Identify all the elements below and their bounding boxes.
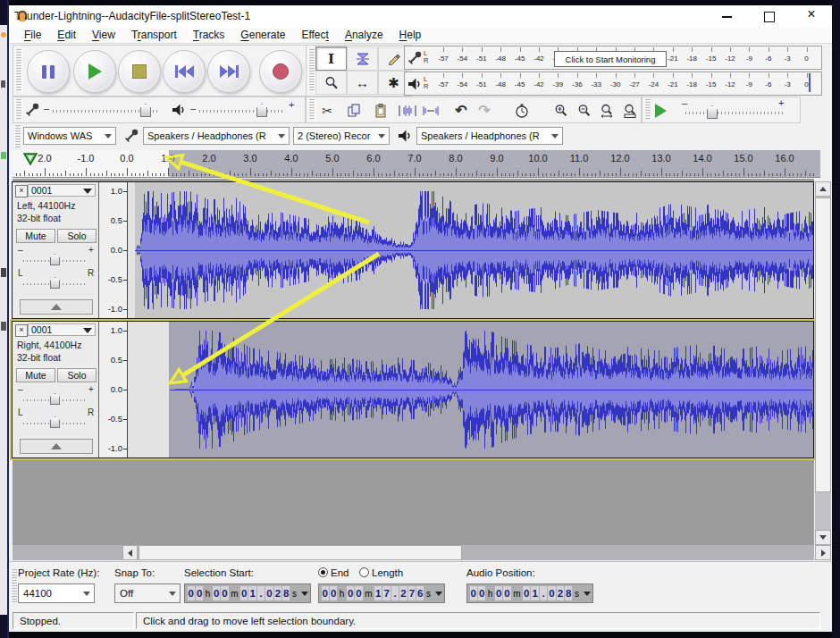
time-digit[interactable]: 7	[382, 586, 390, 600]
time-digit[interactable]: 0	[265, 586, 273, 600]
time-digit[interactable]: 2	[557, 586, 564, 600]
zoom-to-selection-button[interactable]	[596, 100, 619, 122]
mute-button[interactable]: Mute	[16, 229, 55, 243]
selection-end-field[interactable]: 00h00m17.276s	[318, 583, 445, 603]
time-digit[interactable]: 7	[408, 586, 416, 600]
menu-item-tracks[interactable]: Tracks	[185, 29, 233, 41]
time-digit[interactable]: 0	[523, 586, 530, 600]
pan-slider-thumb[interactable]	[50, 277, 60, 289]
time-digit[interactable]: 2	[399, 586, 407, 600]
solo-button[interactable]: Solo	[57, 229, 97, 243]
waveform-canvas[interactable]	[128, 322, 813, 458]
time-unit[interactable]: m	[365, 589, 372, 599]
fit-project-button[interactable]	[619, 100, 643, 122]
sync-lock-button[interactable]	[510, 100, 533, 122]
cut-button[interactable]: ✂	[315, 100, 339, 122]
menu-item-analyze[interactable]: Analyze	[337, 29, 391, 41]
time-digit[interactable]: 0	[495, 586, 502, 600]
time-field-caret-icon[interactable]	[301, 592, 308, 596]
skip-to-start-button[interactable]	[163, 50, 206, 93]
minimize-button[interactable]	[715, 9, 738, 25]
time-digit[interactable]: 0	[347, 586, 354, 600]
silence-audio-button[interactable]	[419, 100, 442, 122]
close-button[interactable]: ×	[800, 6, 823, 22]
time-digit[interactable]: 2	[274, 586, 281, 600]
time-digit[interactable]: 1	[531, 586, 538, 600]
track-collapse-button[interactable]	[20, 299, 93, 315]
playback-speed-thumb[interactable]	[707, 105, 718, 119]
zoom-out-button[interactable]	[573, 100, 596, 122]
audio-track-1[interactable]: ×0001Left, 44100Hz32-bit floatMuteSolo–+…	[12, 181, 814, 319]
time-digit[interactable]: 0	[240, 586, 248, 600]
maximize-button[interactable]	[758, 9, 781, 25]
scroll-right-button[interactable]	[815, 545, 831, 560]
play-button[interactable]	[73, 50, 116, 93]
undo-button[interactable]: ↶	[449, 99, 473, 121]
time-digit[interactable]: 0	[503, 586, 510, 600]
track-close-button[interactable]: ×	[15, 324, 28, 337]
time-unit[interactable]: h	[206, 589, 211, 599]
time-digit[interactable]: 0	[221, 586, 228, 600]
selection-tool[interactable]: I	[315, 46, 347, 71]
timeline-ruler[interactable]: 2.0-1.00.01.02.03.04.05.06.07.08.09.010.…	[13, 150, 820, 178]
zoom-tool[interactable]	[315, 71, 347, 95]
time-digit[interactable]: 1	[248, 586, 256, 600]
length-radio-label[interactable]: Length	[372, 567, 403, 578]
scroll-down-button[interactable]	[815, 530, 831, 545]
vertical-scrollbar[interactable]	[815, 181, 831, 545]
time-unit[interactable]: h	[340, 589, 345, 599]
scroll-up-button[interactable]	[815, 181, 831, 197]
toolbar-grip[interactable]	[14, 125, 21, 147]
recording-device-dropdown[interactable]: Speakers / Headphones (R	[143, 127, 290, 145]
menu-item-transport[interactable]: Transport	[123, 29, 185, 41]
redo-button[interactable]: ↷	[473, 99, 496, 121]
toolbar-grip[interactable]	[15, 99, 22, 121]
pan-slider-thumb[interactable]	[50, 416, 60, 428]
pause-button[interactable]	[27, 50, 70, 93]
skip-to-end-button[interactable]	[207, 50, 250, 93]
play-at-speed-button[interactable]	[655, 102, 673, 120]
audio-track-2[interactable]: ×0001Right, 44100Hz32-bit floatMuteSolo–…	[12, 321, 814, 458]
time-digit[interactable]: .	[391, 586, 399, 600]
zoom-in-button[interactable]	[550, 100, 573, 122]
time-unit[interactable]: s	[426, 589, 431, 599]
envelope-tool[interactable]	[347, 46, 378, 71]
playback-device-dropdown[interactable]: Speakers / Headphones (R	[416, 127, 563, 145]
waveform-canvas[interactable]	[128, 182, 813, 318]
track-title[interactable]: 0001	[28, 323, 96, 336]
trim-audio-button[interactable]	[396, 100, 419, 122]
playback-volume-slider[interactable]	[199, 110, 285, 113]
time-digit[interactable]: 0	[355, 586, 362, 600]
stop-button[interactable]	[118, 50, 161, 93]
audio-position-field[interactable]: 00h00m01.028s	[466, 583, 593, 603]
vertical-ruler[interactable]: 1.00.50.0-0.5-1.0	[99, 322, 128, 458]
copy-button[interactable]	[342, 100, 365, 122]
solo-button[interactable]: Solo	[57, 368, 97, 382]
length-radio[interactable]	[359, 567, 369, 577]
audio-host-dropdown[interactable]: Windows WAS	[23, 127, 116, 145]
time-digit[interactable]: 0	[478, 586, 485, 600]
track-menu-caret-icon[interactable]	[83, 189, 92, 194]
horizontal-scrollbar[interactable]	[13, 545, 814, 560]
end-radio[interactable]	[318, 567, 328, 577]
track-title[interactable]: 0001	[28, 184, 96, 197]
playback-meter[interactable]: LR -57-54-51-48-45-42-39-36-33-30-27-24-…	[404, 71, 822, 96]
horizontal-scrollbar-thumb[interactable]	[139, 545, 462, 560]
toolbar-grip[interactable]	[15, 49, 22, 91]
time-unit[interactable]: m	[231, 589, 238, 599]
menu-item-help[interactable]: Help	[391, 29, 430, 41]
gain-slider-thumb[interactable]	[50, 393, 60, 405]
timeline-pin-icon[interactable]	[23, 153, 38, 165]
vertical-scrollbar-thumb[interactable]	[815, 197, 831, 492]
time-unit[interactable]: s	[292, 589, 297, 599]
project-rate-dropdown[interactable]: 44100	[18, 583, 95, 603]
playback-speed-slider[interactable]	[685, 112, 785, 114]
time-unit[interactable]: s	[575, 589, 579, 599]
snap-to-dropdown[interactable]: Off	[114, 583, 181, 603]
toolbar-grip[interactable]	[308, 99, 315, 121]
time-digit[interactable]: 1	[374, 586, 382, 600]
time-digit[interactable]: 0	[470, 586, 477, 600]
time-unit[interactable]: m	[513, 589, 520, 599]
time-digit[interactable]: 8	[282, 586, 290, 600]
time-field-caret-icon[interactable]	[435, 592, 442, 596]
